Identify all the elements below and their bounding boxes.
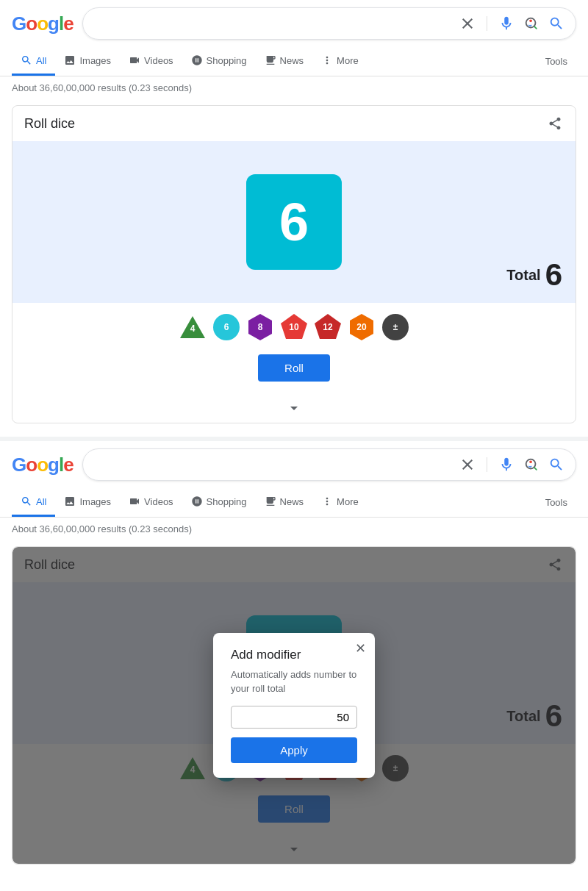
top-die-d4[interactable]: 4 [179, 313, 207, 341]
bottom-tools-button[interactable]: Tools [537, 490, 576, 515]
tab-videos-label: Videos [144, 55, 173, 66]
bottom-dice-overlay: Roll dice 6 Total 6 [12, 547, 576, 864]
svg-point-10 [529, 461, 532, 464]
top-total: Total 6 [506, 257, 562, 293]
top-roll-button[interactable]: Roll [258, 354, 330, 382]
tab-news-label: News [280, 55, 304, 66]
bottom-tab-shopping[interactable]: Shopping [182, 488, 256, 517]
svg-marker-7 [350, 314, 373, 340]
bottom-tab-more[interactable]: More [312, 488, 368, 517]
bottom-search-bar[interactable]: roll dice [82, 448, 576, 481]
bottom-nav: All Images Videos Shopping News More Too… [0, 488, 588, 518]
top-die-modifier[interactable]: ± [381, 313, 409, 341]
bottom-dice-card: Roll dice 6 Total 6 [12, 546, 576, 865]
top-dice-area: 6 Total 6 [12, 141, 576, 303]
top-dice-card: Roll dice 6 Total 6 4 [12, 105, 576, 423]
tab-all[interactable]: All [12, 47, 55, 76]
tab-more-label: More [337, 55, 359, 66]
top-dice-cube[interactable]: 6 [246, 174, 342, 270]
top-die-d20[interactable]: 20 [348, 313, 376, 341]
top-chevron-down[interactable] [12, 393, 576, 423]
top-die-d12[interactable]: 12 [314, 313, 342, 341]
top-die-d6[interactable]: 6 [212, 313, 240, 341]
modal-title: Add modifier [231, 648, 357, 662]
top-voice-icon[interactable] [498, 15, 515, 32]
tab-news[interactable]: News [256, 47, 313, 76]
top-dice-value: 6 [279, 192, 309, 252]
google-logo[interactable]: Google [12, 12, 74, 35]
add-modifier-modal: ✕ Add modifier Automatically adds number… [213, 633, 375, 777]
modal-modifier-input[interactable] [231, 706, 357, 729]
bottom-tab-all[interactable]: All [12, 488, 55, 517]
top-total-value: 6 [545, 257, 562, 293]
svg-point-3 [213, 314, 240, 340]
top-header: Google roll dice [0, 0, 588, 47]
bottom-search-input[interactable]: roll dice [93, 458, 459, 471]
top-search-icon[interactable] [548, 15, 565, 32]
bottom-section: Google roll dice [0, 441, 588, 878]
top-nav: All Images Videos Shopping News More Too… [0, 47, 588, 76]
bottom-tab-images[interactable]: Images [55, 488, 120, 517]
bottom-voice-icon[interactable] [498, 456, 515, 473]
bottom-tab-videos[interactable]: Videos [120, 488, 182, 517]
tab-more[interactable]: More [312, 47, 368, 76]
bottom-google-logo[interactable]: Google [12, 454, 74, 476]
top-die-d8[interactable]: 8 [246, 313, 274, 341]
svg-point-1 [529, 20, 532, 23]
bottom-tab-news-label: News [280, 496, 304, 507]
top-search-bar[interactable]: roll dice [82, 7, 576, 40]
top-lens-icon[interactable] [523, 15, 540, 32]
top-clear-icon[interactable] [459, 15, 476, 32]
modal-description: Automatically adds number to your roll t… [231, 668, 357, 695]
svg-marker-2 [180, 316, 205, 338]
top-dice-selectors: 4 6 8 [12, 303, 576, 351]
top-search-input[interactable]: roll dice [93, 17, 459, 30]
svg-marker-6 [315, 314, 341, 339]
bottom-tab-all-label: All [36, 496, 46, 507]
top-card-header: Roll dice [12, 106, 576, 141]
bottom-tab-videos-label: Videos [144, 496, 173, 507]
svg-point-8 [382, 314, 409, 340]
svg-marker-4 [248, 314, 272, 340]
bottom-header: Google roll dice [0, 441, 588, 488]
top-card-title: Roll dice [24, 116, 75, 132]
tab-shopping-label: Shopping [207, 55, 247, 66]
tab-all-label: All [36, 55, 46, 66]
tools-button[interactable]: Tools [537, 49, 576, 74]
tab-videos[interactable]: Videos [120, 47, 182, 76]
modal-overlay: ✕ Add modifier Automatically adds number… [12, 547, 576, 864]
bottom-search-icon[interactable] [548, 456, 565, 473]
modal-close-button[interactable]: ✕ [355, 640, 366, 656]
bottom-clear-icon[interactable] [459, 456, 476, 473]
tab-shopping[interactable]: Shopping [182, 47, 256, 76]
tab-images[interactable]: Images [55, 47, 120, 76]
bottom-tab-shopping-label: Shopping [207, 496, 247, 507]
bottom-lens-icon[interactable] [523, 456, 540, 473]
tab-images-label: Images [79, 55, 111, 66]
bottom-results-count: About 36,60,00,000 results (0.23 seconds… [0, 518, 588, 540]
top-share-icon[interactable] [546, 115, 564, 132]
top-section: Google roll dice [0, 0, 588, 437]
top-total-label: Total [506, 267, 540, 284]
bottom-tab-news[interactable]: News [256, 488, 313, 517]
top-die-d10[interactable]: 10 [280, 313, 308, 341]
modal-apply-button[interactable]: Apply [231, 737, 357, 763]
svg-marker-5 [281, 314, 307, 339]
bottom-tab-more-label: More [337, 496, 359, 507]
bottom-tab-images-label: Images [79, 496, 111, 507]
top-results-count: About 36,60,00,000 results (0.23 seconds… [0, 76, 588, 99]
